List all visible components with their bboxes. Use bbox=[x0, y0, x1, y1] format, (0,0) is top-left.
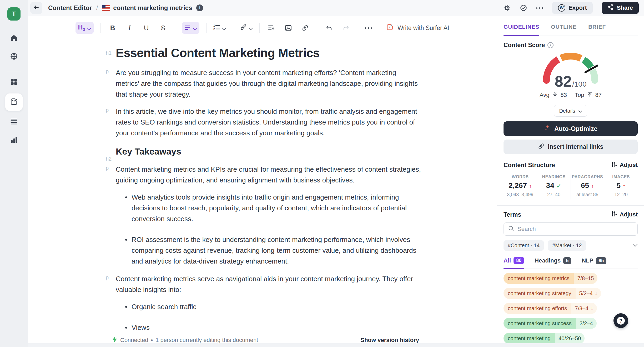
terms-adjust-button[interactable]: Adjust bbox=[611, 211, 638, 218]
svg-text:2: 2 bbox=[213, 28, 215, 30]
brush-icon bbox=[240, 24, 247, 32]
avg-value: 83 bbox=[561, 92, 567, 98]
settings-gear-icon[interactable] bbox=[504, 4, 511, 12]
workspace-logo[interactable]: T bbox=[7, 7, 21, 21]
strikethrough-button[interactable]: S bbox=[158, 22, 168, 34]
term-chip[interactable]: content marketing metrics 7/8–15 bbox=[504, 273, 597, 284]
doc-block-h2: h2 Key Takeaways bbox=[116, 146, 421, 157]
terms-tab-all[interactable]: All 80 bbox=[504, 257, 524, 269]
tab-outline[interactable]: OUTLINE bbox=[551, 24, 577, 36]
content-score-gauge: 82 /100 bbox=[536, 49, 605, 90]
breadcrumb-app[interactable]: Content Editor bbox=[48, 4, 92, 12]
sliders-icon bbox=[611, 211, 617, 218]
auto-optimize-button[interactable]: Auto-Optimize bbox=[504, 121, 638, 136]
term-chip-list: content marketing metrics 7/8–15 content… bbox=[504, 273, 638, 344]
doc-list-item[interactable]: Web analytics tools provide insights int… bbox=[125, 192, 421, 224]
insert-internal-links-button[interactable]: Insert internal links bbox=[504, 140, 638, 154]
back-button[interactable] bbox=[30, 2, 42, 14]
document-info-icon[interactable]: i bbox=[196, 4, 203, 11]
show-version-history-link[interactable]: Show version history bbox=[361, 337, 419, 344]
write-with-surfer-ai-button[interactable]: Write with Surfer AI bbox=[386, 23, 449, 33]
document-canvas[interactable]: h1 Essential Content Marketing Metrics p… bbox=[28, 40, 497, 333]
sidebar-item-domains[interactable] bbox=[6, 49, 22, 64]
doc-heading-1[interactable]: Essential Content Marketing Metrics bbox=[116, 46, 421, 60]
structure-adjust-button[interactable]: Adjust bbox=[611, 161, 638, 169]
gutter-label: h2 bbox=[106, 156, 112, 162]
content-structure-stats: WORDS 2,267 ↑ 3,043–3,499 HEADINGS 34 ✓ … bbox=[504, 174, 638, 200]
image-icon[interactable] bbox=[283, 22, 293, 34]
toolbar-more-icon[interactable] bbox=[365, 27, 372, 29]
search-icon bbox=[508, 225, 514, 233]
doc-paragraph[interactable]: In this article, we dive into the key me… bbox=[116, 106, 421, 138]
doc-paragraph[interactable]: Are you struggling to measure success in… bbox=[116, 67, 421, 100]
undo-icon[interactable] bbox=[324, 22, 334, 34]
filter-chip-market[interactable]: #Market - 12 bbox=[548, 240, 586, 251]
details-dropdown[interactable]: Details bbox=[554, 105, 587, 117]
gutter-label: p bbox=[106, 68, 109, 75]
bar-chart-icon bbox=[10, 136, 18, 145]
link-icon[interactable] bbox=[300, 22, 310, 34]
tab-brief[interactable]: BRIEF bbox=[588, 24, 606, 36]
toolbar-divider bbox=[379, 23, 379, 33]
term-chip[interactable]: content marketing 40/26–50 bbox=[504, 333, 585, 344]
list-dropdown[interactable]: 12 bbox=[213, 22, 226, 34]
underline-button[interactable]: U bbox=[141, 22, 151, 34]
content-score-info-icon[interactable]: i bbox=[547, 42, 554, 48]
terms-tab-headings[interactable]: Headings 5 bbox=[535, 257, 571, 269]
heading-style-dropdown[interactable]: H3 bbox=[76, 22, 94, 34]
export-button[interactable]: W Export bbox=[552, 2, 593, 14]
sidebar-item-dashboard[interactable] bbox=[6, 75, 22, 90]
help-button[interactable]: ? bbox=[613, 313, 628, 328]
breadcrumb-separator: / bbox=[96, 4, 98, 12]
sidebar-item-analytics[interactable] bbox=[6, 133, 22, 148]
align-dropdown[interactable] bbox=[182, 22, 199, 34]
stat-headings: HEADINGS 34 ✓ 27–40 bbox=[537, 174, 571, 200]
more-options-icon[interactable] bbox=[536, 7, 543, 9]
filter-chip-content[interactable]: #Content - 14 bbox=[504, 240, 544, 251]
count-badge: 5 bbox=[563, 257, 571, 264]
bold-button[interactable]: B bbox=[108, 22, 118, 34]
guidelines-panel: GUIDELINES OUTLINE BRIEF Content Score i bbox=[497, 16, 644, 347]
term-chip[interactable]: content marketing strategy 5/2–4 ↓ bbox=[504, 288, 601, 299]
saved-check-icon[interactable] bbox=[520, 4, 527, 12]
count-badge: 80 bbox=[514, 257, 524, 264]
expand-filters-chevron-icon[interactable] bbox=[632, 243, 638, 248]
chevron-down-icon bbox=[87, 24, 91, 32]
avg-label: Avg bbox=[540, 92, 550, 98]
content-structure-title: Content Structure bbox=[504, 162, 555, 169]
tab-guidelines[interactable]: GUIDELINES bbox=[504, 24, 539, 36]
term-chip[interactable]: content marketing success 2/2–4 bbox=[504, 318, 597, 329]
insert-block-icon[interactable] bbox=[266, 22, 276, 34]
chevron-down-icon bbox=[193, 24, 197, 32]
terms-tab-nlp[interactable]: NLP 65 bbox=[582, 257, 606, 269]
share-button[interactable]: Share bbox=[602, 2, 639, 14]
topbar-actions: W Export Share bbox=[504, 2, 639, 14]
doc-paragraph[interactable]: Content marketing metrics and KPIs are c… bbox=[116, 164, 421, 186]
grid-icon bbox=[10, 78, 18, 87]
globe-icon bbox=[10, 52, 18, 61]
question-mark-icon: ? bbox=[617, 317, 625, 325]
sidebar-item-content-editor[interactable] bbox=[5, 93, 23, 111]
sidebar-item-home[interactable] bbox=[6, 31, 22, 46]
italic-button[interactable]: I bbox=[124, 22, 134, 34]
terms-search-input[interactable] bbox=[517, 226, 633, 232]
wordpress-icon: W bbox=[558, 4, 565, 12]
ai-sparkle-icon bbox=[386, 23, 394, 33]
stat-images: IMAGES 5 ↑ 12–20 bbox=[604, 174, 638, 200]
doc-heading-2[interactable]: Key Takeaways bbox=[116, 146, 421, 157]
numbered-list-icon: 12 bbox=[213, 24, 220, 32]
doc-list-item[interactable]: Organic search traffic bbox=[125, 301, 421, 312]
highlight-dropdown[interactable] bbox=[240, 22, 253, 34]
document-title[interactable]: content marketing metrics bbox=[113, 4, 192, 12]
doc-list-item[interactable]: ROI assessment is the key to understandi… bbox=[125, 234, 421, 267]
arrow-up-icon: ↑ bbox=[529, 183, 532, 189]
toolbar-divider bbox=[317, 23, 317, 33]
doc-list-item[interactable]: Views bbox=[125, 322, 421, 333]
redo-icon[interactable] bbox=[341, 22, 351, 34]
doc-paragraph[interactable]: Content marketing metrics serve as navig… bbox=[116, 274, 421, 295]
top-value: 87 bbox=[595, 92, 602, 98]
term-chip[interactable]: content marketing efforts 7/3–4 ↓ bbox=[504, 303, 597, 314]
gutter-label: p bbox=[106, 107, 109, 113]
doc-bullet-list: Web analytics tools provide insights int… bbox=[125, 192, 421, 267]
sidebar-item-documents[interactable] bbox=[6, 115, 22, 129]
